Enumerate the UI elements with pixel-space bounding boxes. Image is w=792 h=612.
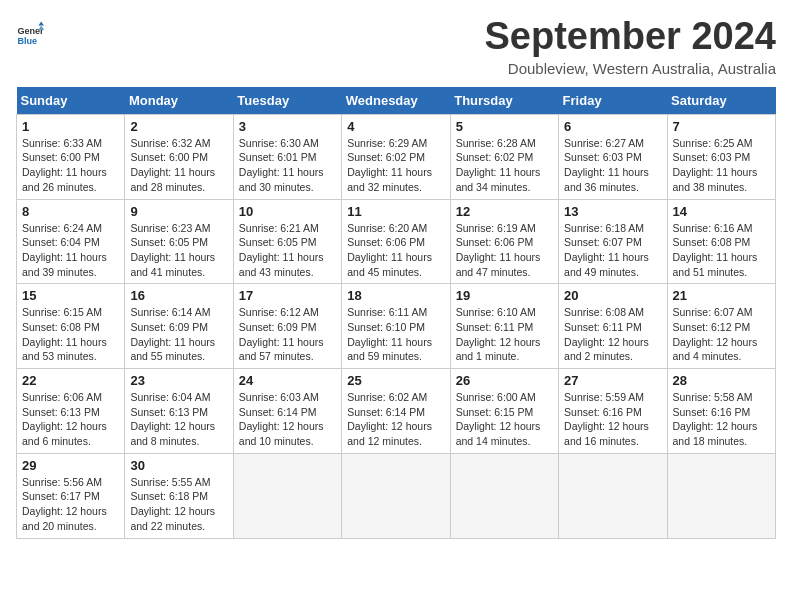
calendar-cell: 13Sunrise: 6:18 AM Sunset: 6:07 PM Dayli… <box>559 199 667 284</box>
calendar-cell <box>667 453 775 538</box>
title-block: September 2024 Doubleview, Western Austr… <box>485 16 777 77</box>
calendar-cell: 11Sunrise: 6:20 AM Sunset: 6:06 PM Dayli… <box>342 199 450 284</box>
calendar-cell: 30Sunrise: 5:55 AM Sunset: 6:18 PM Dayli… <box>125 453 233 538</box>
day-info: Sunrise: 6:30 AM Sunset: 6:01 PM Dayligh… <box>239 136 336 195</box>
day-number: 7 <box>673 119 770 134</box>
day-number: 19 <box>456 288 553 303</box>
page-header: General Blue September 2024 Doubleview, … <box>16 16 776 77</box>
calendar-cell: 15Sunrise: 6:15 AM Sunset: 6:08 PM Dayli… <box>17 284 125 369</box>
calendar-cell: 1Sunrise: 6:33 AM Sunset: 6:00 PM Daylig… <box>17 114 125 199</box>
day-number: 27 <box>564 373 661 388</box>
day-info: Sunrise: 5:56 AM Sunset: 6:17 PM Dayligh… <box>22 475 119 534</box>
calendar-cell: 4Sunrise: 6:29 AM Sunset: 6:02 PM Daylig… <box>342 114 450 199</box>
day-info: Sunrise: 6:11 AM Sunset: 6:10 PM Dayligh… <box>347 305 444 364</box>
day-number: 24 <box>239 373 336 388</box>
calendar-cell: 21Sunrise: 6:07 AM Sunset: 6:12 PM Dayli… <box>667 284 775 369</box>
calendar-cell: 8Sunrise: 6:24 AM Sunset: 6:04 PM Daylig… <box>17 199 125 284</box>
calendar-cell <box>559 453 667 538</box>
calendar-cell: 17Sunrise: 6:12 AM Sunset: 6:09 PM Dayli… <box>233 284 341 369</box>
calendar-cell: 28Sunrise: 5:58 AM Sunset: 6:16 PM Dayli… <box>667 369 775 454</box>
col-header-sunday: Sunday <box>17 87 125 115</box>
day-number: 15 <box>22 288 119 303</box>
day-info: Sunrise: 6:12 AM Sunset: 6:09 PM Dayligh… <box>239 305 336 364</box>
day-info: Sunrise: 6:32 AM Sunset: 6:00 PM Dayligh… <box>130 136 227 195</box>
day-info: Sunrise: 6:02 AM Sunset: 6:14 PM Dayligh… <box>347 390 444 449</box>
logo-icon: General Blue <box>16 20 44 48</box>
calendar-cell: 29Sunrise: 5:56 AM Sunset: 6:17 PM Dayli… <box>17 453 125 538</box>
day-number: 13 <box>564 204 661 219</box>
day-info: Sunrise: 6:16 AM Sunset: 6:08 PM Dayligh… <box>673 221 770 280</box>
calendar-cell: 3Sunrise: 6:30 AM Sunset: 6:01 PM Daylig… <box>233 114 341 199</box>
svg-text:Blue: Blue <box>17 36 37 46</box>
col-header-tuesday: Tuesday <box>233 87 341 115</box>
day-info: Sunrise: 6:08 AM Sunset: 6:11 PM Dayligh… <box>564 305 661 364</box>
day-info: Sunrise: 6:00 AM Sunset: 6:15 PM Dayligh… <box>456 390 553 449</box>
day-number: 20 <box>564 288 661 303</box>
calendar-cell: 9Sunrise: 6:23 AM Sunset: 6:05 PM Daylig… <box>125 199 233 284</box>
calendar-cell: 2Sunrise: 6:32 AM Sunset: 6:00 PM Daylig… <box>125 114 233 199</box>
location: Doubleview, Western Australia, Australia <box>485 60 777 77</box>
day-info: Sunrise: 6:19 AM Sunset: 6:06 PM Dayligh… <box>456 221 553 280</box>
day-info: Sunrise: 5:59 AM Sunset: 6:16 PM Dayligh… <box>564 390 661 449</box>
calendar-cell: 23Sunrise: 6:04 AM Sunset: 6:13 PM Dayli… <box>125 369 233 454</box>
col-header-thursday: Thursday <box>450 87 558 115</box>
calendar-cell: 26Sunrise: 6:00 AM Sunset: 6:15 PM Dayli… <box>450 369 558 454</box>
svg-marker-2 <box>38 21 44 25</box>
day-info: Sunrise: 6:21 AM Sunset: 6:05 PM Dayligh… <box>239 221 336 280</box>
day-number: 29 <box>22 458 119 473</box>
col-header-saturday: Saturday <box>667 87 775 115</box>
day-number: 26 <box>456 373 553 388</box>
calendar-cell: 7Sunrise: 6:25 AM Sunset: 6:03 PM Daylig… <box>667 114 775 199</box>
day-number: 12 <box>456 204 553 219</box>
day-info: Sunrise: 6:10 AM Sunset: 6:11 PM Dayligh… <box>456 305 553 364</box>
calendar-cell: 19Sunrise: 6:10 AM Sunset: 6:11 PM Dayli… <box>450 284 558 369</box>
day-number: 4 <box>347 119 444 134</box>
day-number: 17 <box>239 288 336 303</box>
calendar-cell: 5Sunrise: 6:28 AM Sunset: 6:02 PM Daylig… <box>450 114 558 199</box>
calendar-cell <box>450 453 558 538</box>
calendar-cell: 20Sunrise: 6:08 AM Sunset: 6:11 PM Dayli… <box>559 284 667 369</box>
col-header-friday: Friday <box>559 87 667 115</box>
day-number: 11 <box>347 204 444 219</box>
day-number: 21 <box>673 288 770 303</box>
day-number: 3 <box>239 119 336 134</box>
day-info: Sunrise: 6:04 AM Sunset: 6:13 PM Dayligh… <box>130 390 227 449</box>
day-info: Sunrise: 6:24 AM Sunset: 6:04 PM Dayligh… <box>22 221 119 280</box>
day-info: Sunrise: 6:07 AM Sunset: 6:12 PM Dayligh… <box>673 305 770 364</box>
day-number: 22 <box>22 373 119 388</box>
day-number: 10 <box>239 204 336 219</box>
day-info: Sunrise: 6:03 AM Sunset: 6:14 PM Dayligh… <box>239 390 336 449</box>
day-info: Sunrise: 6:25 AM Sunset: 6:03 PM Dayligh… <box>673 136 770 195</box>
day-info: Sunrise: 6:28 AM Sunset: 6:02 PM Dayligh… <box>456 136 553 195</box>
day-number: 2 <box>130 119 227 134</box>
day-info: Sunrise: 6:06 AM Sunset: 6:13 PM Dayligh… <box>22 390 119 449</box>
day-number: 5 <box>456 119 553 134</box>
day-info: Sunrise: 6:23 AM Sunset: 6:05 PM Dayligh… <box>130 221 227 280</box>
day-number: 30 <box>130 458 227 473</box>
day-number: 16 <box>130 288 227 303</box>
day-info: Sunrise: 6:20 AM Sunset: 6:06 PM Dayligh… <box>347 221 444 280</box>
day-info: Sunrise: 6:18 AM Sunset: 6:07 PM Dayligh… <box>564 221 661 280</box>
day-info: Sunrise: 5:58 AM Sunset: 6:16 PM Dayligh… <box>673 390 770 449</box>
logo: General Blue <box>16 20 44 48</box>
month-title: September 2024 <box>485 16 777 58</box>
day-number: 1 <box>22 119 119 134</box>
calendar-cell: 27Sunrise: 5:59 AM Sunset: 6:16 PM Dayli… <box>559 369 667 454</box>
day-number: 9 <box>130 204 227 219</box>
day-info: Sunrise: 6:14 AM Sunset: 6:09 PM Dayligh… <box>130 305 227 364</box>
calendar-table: SundayMondayTuesdayWednesdayThursdayFrid… <box>16 87 776 539</box>
col-header-monday: Monday <box>125 87 233 115</box>
calendar-cell: 14Sunrise: 6:16 AM Sunset: 6:08 PM Dayli… <box>667 199 775 284</box>
calendar-cell: 16Sunrise: 6:14 AM Sunset: 6:09 PM Dayli… <box>125 284 233 369</box>
calendar-cell: 18Sunrise: 6:11 AM Sunset: 6:10 PM Dayli… <box>342 284 450 369</box>
calendar-cell: 25Sunrise: 6:02 AM Sunset: 6:14 PM Dayli… <box>342 369 450 454</box>
calendar-cell: 6Sunrise: 6:27 AM Sunset: 6:03 PM Daylig… <box>559 114 667 199</box>
calendar-cell: 12Sunrise: 6:19 AM Sunset: 6:06 PM Dayli… <box>450 199 558 284</box>
day-number: 8 <box>22 204 119 219</box>
calendar-cell: 22Sunrise: 6:06 AM Sunset: 6:13 PM Dayli… <box>17 369 125 454</box>
day-info: Sunrise: 6:15 AM Sunset: 6:08 PM Dayligh… <box>22 305 119 364</box>
day-info: Sunrise: 6:27 AM Sunset: 6:03 PM Dayligh… <box>564 136 661 195</box>
day-number: 18 <box>347 288 444 303</box>
day-number: 6 <box>564 119 661 134</box>
calendar-cell: 24Sunrise: 6:03 AM Sunset: 6:14 PM Dayli… <box>233 369 341 454</box>
